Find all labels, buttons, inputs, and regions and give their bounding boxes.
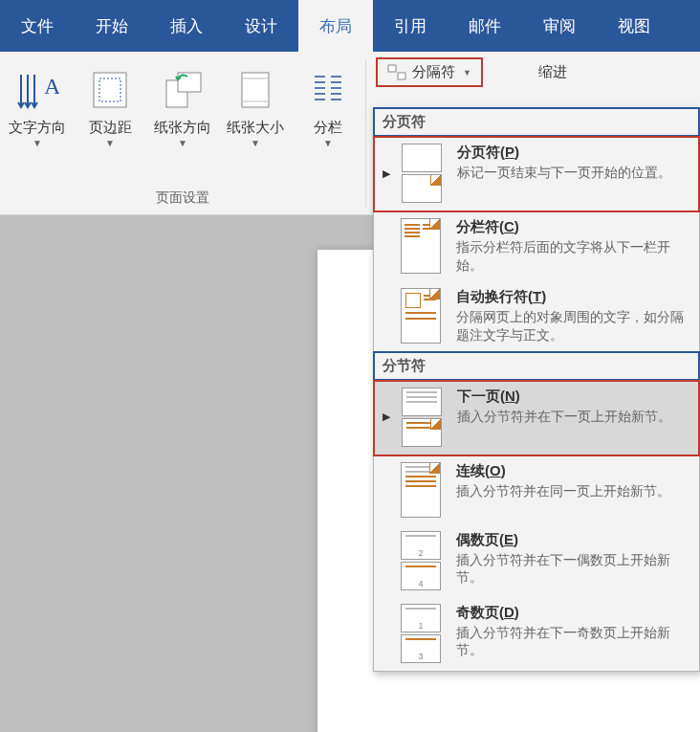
- orientation-button[interactable]: 纸张方向 ▼: [146, 59, 219, 148]
- break-continuous-title: 连续(O): [456, 462, 691, 480]
- break-wrap-title: 自动换行符(T): [456, 288, 691, 306]
- indent-label: 缩进: [538, 63, 567, 81]
- break-wrap-desc: 分隔网页上的对象周围的文字，如分隔题注文字与正文。: [456, 308, 691, 344]
- orientation-label: 纸张方向: [154, 119, 211, 136]
- svg-rect-21: [388, 65, 396, 72]
- text-direction-icon: A: [15, 67, 59, 113]
- selected-marker-icon: ▶: [383, 388, 390, 447]
- tab-insert[interactable]: 插入: [149, 0, 224, 52]
- chevron-down-icon: ▼: [323, 138, 333, 148]
- page-breaks-header: 分页符: [373, 107, 700, 137]
- chevron-down-icon: ▼: [251, 138, 260, 148]
- breaks-icon: [387, 64, 406, 81]
- svg-rect-22: [398, 73, 405, 79]
- break-odd-page-title: 奇数页(D): [456, 604, 691, 622]
- break-odd-page-item[interactable]: 1 3 奇数页(D) 插入分节符并在下一奇数页上开始新节。: [374, 598, 699, 671]
- break-page-item[interactable]: ▶ 分页符(P) 标记一页结束与下一页开始的位置。: [373, 136, 700, 212]
- break-continuous-item[interactable]: 连续(O) 插入分节符并在同一页上开始新节。: [374, 456, 699, 525]
- break-continuous-desc: 插入分节符并在同一页上开始新节。: [456, 482, 691, 500]
- text-wrap-break-icon: [401, 288, 445, 344]
- orientation-icon: [161, 67, 205, 113]
- continuous-section-icon: [401, 462, 445, 518]
- ribbon-tabbar: 文件 开始 插入 设计 布局 引用 邮件 审阅 视图: [0, 0, 700, 52]
- size-button[interactable]: 纸张大小 ▼: [219, 59, 292, 148]
- svg-rect-4: [94, 73, 126, 107]
- breaks-button[interactable]: 分隔符 ▼: [376, 57, 483, 87]
- break-odd-page-desc: 插入分节符并在下一奇数页上开始新节。: [456, 624, 691, 660]
- columns-icon: [309, 67, 347, 113]
- chevron-down-icon: ▼: [463, 68, 471, 78]
- svg-rect-8: [242, 73, 269, 107]
- tab-review[interactable]: 审阅: [522, 0, 597, 52]
- text-direction-label: 文字方向: [9, 119, 66, 136]
- column-break-icon: [401, 218, 445, 275]
- tab-layout[interactable]: 布局: [298, 0, 373, 52]
- odd-page-section-icon: 1 3: [401, 604, 445, 663]
- tab-design[interactable]: 设计: [224, 0, 298, 52]
- breaks-label: 分隔符: [412, 63, 455, 81]
- margins-label: 页边距: [89, 119, 132, 136]
- margins-icon: [90, 67, 130, 113]
- chevron-down-icon: ▼: [178, 138, 187, 148]
- tab-view[interactable]: 视图: [597, 0, 671, 52]
- break-page-desc: 标记一页结束与下一页开始的位置。: [457, 164, 690, 182]
- break-next-page-item[interactable]: ▶ 下一页(N) 插入分节符并在下一页上开始新节。: [373, 380, 700, 456]
- section-breaks-header: 分节符: [373, 351, 700, 381]
- break-even-page-desc: 插入分节符并在下一偶数页上开始新节。: [456, 551, 691, 588]
- break-even-page-title: 偶数页(E): [456, 531, 691, 549]
- tab-references[interactable]: 引用: [373, 0, 448, 52]
- chevron-down-icon: ▼: [105, 138, 115, 148]
- breaks-gallery: 分页符 ▶ 分页符(P) 标记一页结束与下一页开始的位置。 分栏符(C) 指示分…: [373, 107, 700, 672]
- next-page-section-icon: [402, 388, 446, 447]
- margins-button[interactable]: 页边距 ▼: [74, 59, 146, 148]
- page-setup-group-label: 页面设置: [0, 186, 365, 211]
- break-next-page-desc: 插入分节符并在下一页上开始新节。: [457, 408, 690, 426]
- break-next-page-title: 下一页(N): [457, 388, 690, 406]
- break-column-desc: 指示分栏符后面的文字将从下一栏开始。: [456, 238, 691, 275]
- size-label: 纸张大小: [227, 119, 284, 136]
- break-wrap-item[interactable]: 自动换行符(T) 分隔网页上的对象周围的文字，如分隔题注文字与正文。: [374, 282, 699, 352]
- tab-home[interactable]: 开始: [75, 0, 149, 52]
- columns-label: 分栏: [314, 119, 342, 136]
- selected-marker-icon: ▶: [383, 144, 390, 203]
- break-column-item[interactable]: 分栏符(C) 指示分栏符后面的文字将从下一栏开始。: [374, 212, 699, 282]
- chevron-down-icon: ▼: [33, 138, 42, 148]
- columns-button[interactable]: 分栏 ▼: [292, 59, 364, 148]
- tab-mailings[interactable]: 邮件: [448, 0, 522, 52]
- text-direction-button[interactable]: A 文字方向 ▼: [1, 59, 74, 148]
- break-page-title: 分页符(P): [457, 144, 690, 162]
- paper-size-icon: [236, 67, 274, 113]
- break-column-title: 分栏符(C): [456, 218, 691, 236]
- break-even-page-item[interactable]: 2 4 偶数页(E) 插入分节符并在下一偶数页上开始新节。: [374, 525, 699, 598]
- page-break-icon: [402, 144, 446, 203]
- tab-file[interactable]: 文件: [0, 0, 75, 52]
- even-page-section-icon: 2 4: [401, 531, 445, 590]
- svg-text:A: A: [44, 74, 59, 99]
